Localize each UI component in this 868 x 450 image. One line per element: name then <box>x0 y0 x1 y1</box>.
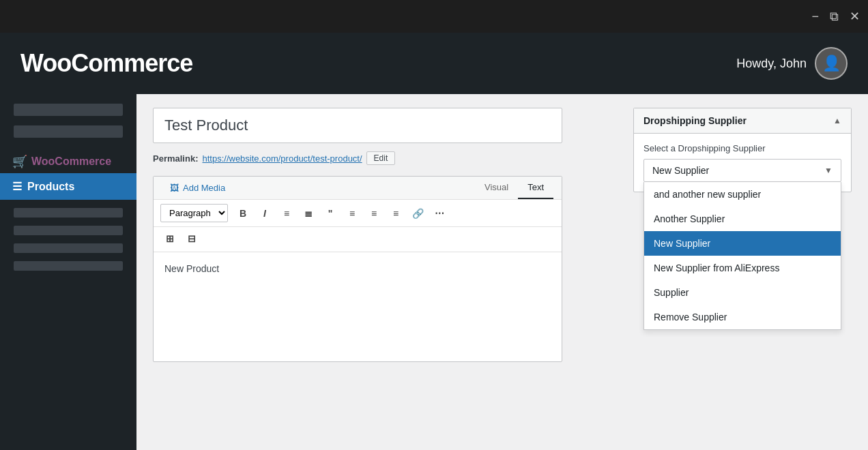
tab-text[interactable]: Text <box>518 177 553 199</box>
editor-content[interactable]: New Product <box>154 252 562 361</box>
align-left-button[interactable]: ≡ <box>343 205 362 222</box>
user-greeting-text: Howdy, John <box>736 57 807 71</box>
link-button[interactable]: 🔗 <box>408 205 427 222</box>
maximize-button[interactable]: ⧉ <box>830 10 839 22</box>
sidebar-bar-5 <box>14 243 123 253</box>
supplier-panel-header[interactable]: Dropshipping Supplier ▲ <box>634 108 851 134</box>
window-controls: − ⧉ ✕ <box>811 10 860 22</box>
woocommerce-icon: 🛒 <box>12 154 27 169</box>
align-right-button[interactable]: ≡ <box>386 205 405 222</box>
sidebar-item-woocommerce[interactable]: 🛒 WooCommerce <box>0 147 136 173</box>
header: WooCommerce Howdy, John 👤 <box>0 33 868 94</box>
ul-button[interactable]: ≡ <box>277 205 296 222</box>
sidebar-woocommerce-label: WooCommerce <box>31 155 111 168</box>
tab-visual[interactable]: Visual <box>475 177 518 199</box>
avatar-icon: 👤 <box>822 55 841 72</box>
permalink-url[interactable]: https://website.com/product/test-product… <box>202 153 362 164</box>
products-icon: ☰ <box>12 180 22 193</box>
supplier-panel: Dropshipping Supplier ▲ Select a Dropshi… <box>633 108 852 192</box>
dropdown-option-supplier[interactable]: Supplier <box>644 280 841 305</box>
product-title-input[interactable] <box>153 108 562 143</box>
add-media-button[interactable]: 🖼 Add Media <box>162 177 233 198</box>
bold-button[interactable]: B <box>233 205 252 222</box>
supplier-dropdown-trigger[interactable]: New Supplier ▼ <box>643 159 841 182</box>
grid-button[interactable]: ⊟ <box>182 230 201 247</box>
supplier-dropdown-list: and another new supplier Another Supplie… <box>643 182 841 330</box>
dropdown-option-new-aliexpress[interactable]: New Supplier from AliExpress <box>644 256 841 280</box>
main-content: Permalink: https://website.com/product/t… <box>136 94 868 450</box>
avatar[interactable]: 👤 <box>815 47 848 80</box>
dropdown-option-new-supplier[interactable]: New Supplier <box>644 231 841 256</box>
dropdown-option-another-supplier[interactable]: Another Supplier <box>644 207 841 231</box>
editor-top-bar: 🖼 Add Media Visual Text <box>154 177 562 200</box>
editor-toolbar-row1: Paragraph B I ≡ ≣ " ≡ ≡ ≡ 🔗 ⋯ <box>154 200 562 227</box>
close-button[interactable]: ✕ <box>850 10 860 22</box>
sidebar-bar-1 <box>14 104 123 116</box>
supplier-panel-body: Select a Dropshipping Supplier New Suppl… <box>634 134 851 192</box>
sidebar-item-products[interactable]: ☰ Products <box>0 173 136 200</box>
editor-wrapper: 🖼 Add Media Visual Text Paragraph B I ≡ … <box>153 176 562 362</box>
paragraph-select[interactable]: Paragraph <box>160 204 228 222</box>
align-center-button[interactable]: ≡ <box>364 205 384 222</box>
dropdown-option-remove[interactable]: Remove Supplier <box>644 305 841 329</box>
more-button[interactable]: ⋯ <box>430 205 449 222</box>
site-logo: WooCommerce <box>20 49 192 78</box>
supplier-select-label: Select a Dropshipping Supplier <box>643 143 841 153</box>
supplier-dropdown-wrapper: New Supplier ▼ and another new supplier … <box>643 159 841 182</box>
title-bar: − ⧉ ✕ <box>0 0 868 33</box>
ol-button[interactable]: ≣ <box>299 205 318 222</box>
sidebar-bar-2 <box>14 125 123 138</box>
dropdown-arrow-icon: ▼ <box>824 166 833 175</box>
right-panel: Dropshipping Supplier ▲ Select a Dropshi… <box>633 108 852 192</box>
add-media-icon: 🖼 <box>170 183 179 193</box>
quote-button[interactable]: " <box>321 205 340 222</box>
supplier-selected-value: New Supplier <box>652 165 709 176</box>
minimize-button[interactable]: − <box>811 10 819 22</box>
editor-content-text: New Product <box>164 263 219 274</box>
sidebar-products-label: Products <box>27 181 74 193</box>
sidebar: 🛒 WooCommerce ☰ Products <box>0 94 136 450</box>
permalink-label: Permalink: <box>153 153 198 164</box>
sidebar-bar-3 <box>14 208 123 217</box>
sidebar-bar-4 <box>14 226 123 235</box>
editor-toolbar-row2: ⊞ ⊟ <box>154 227 562 252</box>
dropdown-option-another-new[interactable]: and another new supplier <box>644 182 841 207</box>
permalink-edit-button[interactable]: Edit <box>366 151 396 165</box>
panel-chevron-icon: ▲ <box>833 116 841 125</box>
italic-button[interactable]: I <box>255 205 274 222</box>
sidebar-bar-6 <box>14 261 123 271</box>
table-button[interactable]: ⊞ <box>160 230 179 247</box>
add-media-label: Add Media <box>183 183 225 193</box>
user-greeting-area: Howdy, John 👤 <box>736 47 848 80</box>
supplier-panel-title: Dropshipping Supplier <box>643 115 747 126</box>
